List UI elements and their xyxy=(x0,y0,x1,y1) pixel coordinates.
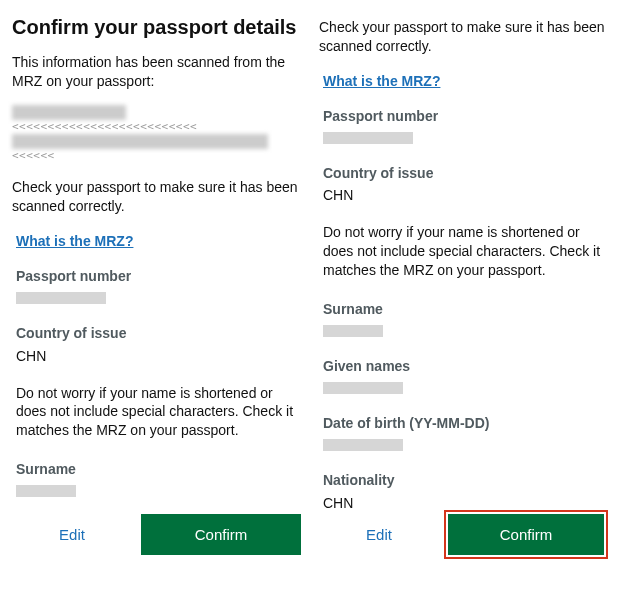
value-surname-redacted xyxy=(323,325,383,337)
name-note: Do not worry if your name is shortened o… xyxy=(16,384,297,441)
value-surname-redacted xyxy=(16,485,76,497)
mrz-help-link[interactable]: What is the MRZ? xyxy=(16,232,301,251)
label-passport-number: Passport number xyxy=(323,107,608,126)
edit-button[interactable]: Edit xyxy=(319,516,439,553)
value-country-of-issue: CHN xyxy=(323,186,608,205)
label-surname: Surname xyxy=(16,460,301,479)
name-note: Do not worry if your name is shortened o… xyxy=(323,223,604,280)
page-title: Confirm your passport details xyxy=(12,14,301,41)
mrz-line-1: XXXXXXXXXXXXXXXX<<<<<<<<<<<<<<<<<<<<<<<<… xyxy=(12,105,301,135)
confirm-button[interactable]: Confirm xyxy=(141,514,301,555)
right-panel: Check your passport to make sure it has … xyxy=(319,14,608,510)
value-nationality: CHN xyxy=(323,494,608,510)
right-actions: Edit Confirm xyxy=(319,510,608,559)
edit-button[interactable]: Edit xyxy=(12,516,132,553)
label-nationality: Nationality xyxy=(323,471,608,490)
value-given-names-redacted xyxy=(323,382,403,394)
label-country-of-issue: Country of issue xyxy=(323,164,608,183)
mrz-block: XXXXXXXXXXXXXXXX<<<<<<<<<<<<<<<<<<<<<<<<… xyxy=(12,105,301,164)
check-text: Check your passport to make sure it has … xyxy=(12,178,301,216)
confirm-button[interactable]: Confirm xyxy=(448,514,604,555)
label-given-names: Given names xyxy=(323,357,608,376)
check-text: Check your passport to make sure it has … xyxy=(319,18,608,56)
mrz-line-2: XXXXXXXXXXXXXXXXXXXXXXXXXXXXXXXXXXXX<<<<… xyxy=(12,134,301,164)
left-actions: Edit Confirm xyxy=(12,510,301,559)
left-panel: Confirm your passport details This infor… xyxy=(12,14,301,510)
label-passport-number: Passport number xyxy=(16,267,301,286)
confirm-highlight-frame: Confirm xyxy=(444,510,608,559)
label-surname: Surname xyxy=(323,300,608,319)
value-country-of-issue: CHN xyxy=(16,347,301,366)
value-dob-redacted xyxy=(323,439,403,451)
value-passport-number-redacted xyxy=(323,132,413,144)
mrz-help-link[interactable]: What is the MRZ? xyxy=(323,72,608,91)
intro-text: This information has been scanned from t… xyxy=(12,53,301,91)
label-country-of-issue: Country of issue xyxy=(16,324,301,343)
label-date-of-birth: Date of birth (YY-MM-DD) xyxy=(323,414,608,433)
value-passport-number-redacted xyxy=(16,292,106,304)
